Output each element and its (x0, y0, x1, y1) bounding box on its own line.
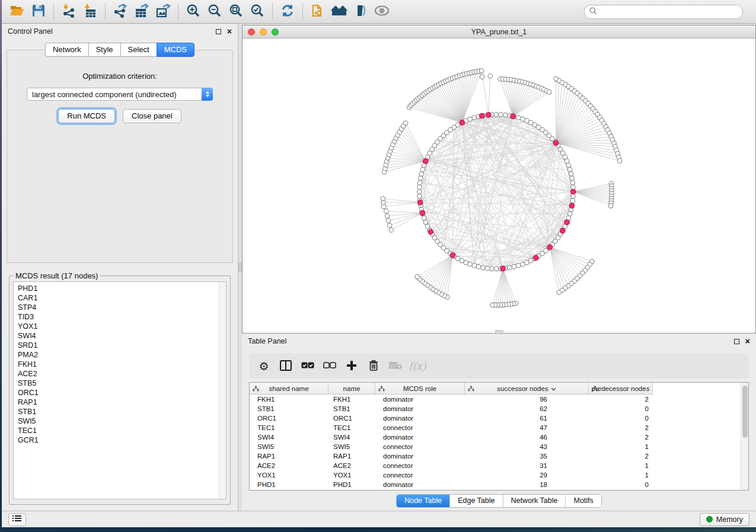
list-icon (12, 515, 22, 524)
table-scrollbar[interactable] (741, 383, 748, 490)
memory-button[interactable]: Memory (700, 513, 749, 526)
table-cell: 18 (465, 480, 589, 489)
result-node-item[interactable]: RAP1 (18, 398, 219, 407)
open-session-button[interactable] (7, 2, 28, 21)
result-node-item[interactable]: STB1 (18, 407, 219, 416)
home-networks-button[interactable] (328, 2, 350, 21)
table-cell: 2 (589, 432, 653, 442)
import-table-button[interactable] (79, 2, 101, 21)
search-box[interactable] (584, 5, 743, 19)
zoom-in-button[interactable] (183, 2, 204, 21)
mcds-result-list[interactable]: PHD1CAR1STP4TID3YOX1SWI4SRD1PMA2FKH1ACE2… (13, 281, 227, 499)
sort-chevron-icon (551, 385, 556, 392)
deselect-all-columns-button[interactable] (321, 357, 339, 375)
toolbar-separator (178, 4, 178, 20)
toolbar-separator (302, 4, 303, 20)
tab-edge-table[interactable]: Edge Table (450, 495, 503, 507)
tab-motifs[interactable]: Motifs (566, 495, 601, 507)
table-cell: connector (375, 423, 465, 432)
result-node-item[interactable]: TEC1 (18, 426, 219, 435)
column-header-MCDS-role[interactable]: MCDS role (375, 383, 465, 394)
column-header-name[interactable]: name (328, 383, 375, 394)
show-preview-button[interactable] (371, 2, 393, 21)
export-table-button[interactable] (131, 2, 152, 21)
table-row[interactable]: STB1STB1dominator620 (250, 404, 653, 414)
tab-style[interactable]: Style (88, 43, 121, 57)
network-graph[interactable] (243, 39, 755, 333)
table-row[interactable]: RAP1RAP1dominator352 (250, 451, 653, 461)
network-from-document-button[interactable] (307, 2, 328, 21)
export-network-button[interactable] (110, 2, 131, 21)
trash-icon (369, 360, 378, 373)
table-row[interactable]: SWI4SWI4dominator462 (250, 432, 653, 442)
tab-select[interactable]: Select (120, 43, 157, 57)
function-builder-button[interactable]: f(x) (409, 357, 426, 375)
result-node-item[interactable]: CAR1 (18, 293, 219, 303)
result-node-item[interactable]: STP4 (18, 303, 219, 312)
tab-node-table[interactable]: Node Table (397, 495, 450, 507)
table-scrollbar-thumb[interactable] (742, 386, 748, 438)
delete-table-button[interactable] (387, 357, 404, 375)
close-table-panel-icon[interactable]: × (745, 338, 750, 344)
table-row[interactable]: SWI5SWI5connector431 (250, 442, 653, 451)
close-panel-button[interactable]: Close panel (123, 109, 181, 123)
zoom-fit-button[interactable] (225, 2, 247, 21)
columns-icon (280, 360, 292, 373)
result-node-item[interactable]: SWI5 (18, 416, 219, 426)
create-column-button[interactable] (343, 357, 361, 375)
table-row[interactable]: FKH1FKH1dominator962 (250, 395, 653, 404)
table-cell: PHD1 (250, 480, 328, 489)
select-all-columns-button[interactable] (299, 357, 317, 375)
result-node-item[interactable]: ORC1 (18, 388, 219, 398)
delete-column-button[interactable] (365, 357, 382, 375)
result-node-item[interactable]: GCR1 (18, 435, 219, 445)
node-table[interactable]: shared namenameMCDS rolesuccessor nodesp… (249, 382, 749, 491)
result-node-item[interactable]: YOX1 (18, 322, 219, 331)
result-node-item[interactable]: SWI4 (18, 331, 219, 341)
export-image-button[interactable] (152, 2, 174, 21)
result-node-item[interactable]: TID3 (18, 312, 219, 322)
show-columns-button[interactable] (277, 357, 295, 375)
tab-network[interactable]: Network (45, 43, 89, 57)
table-cell: 0 (589, 404, 653, 414)
tab-network-table[interactable]: Network Table (503, 495, 566, 507)
zoom-selected-button[interactable] (247, 2, 268, 21)
network-document-icon (311, 3, 325, 20)
column-header-successor-nodes[interactable]: successor nodes (465, 383, 589, 394)
memory-label: Memory (716, 515, 743, 524)
column-header-predecessor-nodes[interactable]: predecessor nodes (589, 383, 653, 394)
float-panel-icon[interactable] (216, 29, 221, 34)
import-network-button[interactable] (58, 2, 79, 21)
table-row[interactable]: ORC1ORC1dominator610 (250, 414, 653, 423)
result-node-item[interactable]: STB5 (18, 379, 219, 388)
float-table-panel-icon[interactable] (734, 339, 739, 344)
result-node-item[interactable]: FKH1 (18, 360, 219, 369)
result-node-item[interactable]: PMA2 (18, 350, 219, 360)
table-panel-title: Table Panel (248, 337, 286, 345)
column-header-shared-name[interactable]: shared name (250, 383, 328, 394)
result-node-item[interactable]: ACE2 (18, 369, 219, 379)
table-cell: 35 (465, 451, 589, 461)
table-row[interactable]: PHD1PHD1dominator180 (250, 480, 653, 489)
table-row[interactable]: TEC1TEC1connector472 (250, 423, 653, 432)
criterion-select[interactable]: largest connected component (undirected) (27, 88, 213, 101)
task-history-button[interactable] (8, 513, 26, 526)
table-row[interactable]: YOX1YOX1connector291 (250, 470, 653, 480)
result-node-item[interactable]: PHD1 (18, 284, 219, 293)
horizontal-splitter-grip[interactable] (495, 330, 503, 334)
table-cell: SWI4 (250, 432, 328, 442)
search-input[interactable] (600, 8, 738, 16)
save-session-button[interactable] (28, 2, 49, 21)
network-canvas[interactable] (243, 39, 755, 333)
close-panel-icon[interactable]: × (227, 28, 232, 34)
table-row[interactable]: ACE2ACE2connector311 (250, 461, 653, 470)
refresh-layout-button[interactable] (277, 2, 298, 21)
result-list-scrollbar[interactable] (219, 282, 226, 499)
memory-status-icon (706, 516, 713, 523)
result-node-item[interactable]: SRD1 (18, 341, 219, 350)
hide-labels-button[interactable] (350, 2, 371, 21)
table-settings-button[interactable]: ⚙ (255, 357, 273, 375)
tab-mcds[interactable]: MCDS (157, 43, 194, 57)
run-mcds-button[interactable]: Run MCDS (58, 109, 115, 123)
zoom-out-button[interactable] (204, 2, 225, 21)
